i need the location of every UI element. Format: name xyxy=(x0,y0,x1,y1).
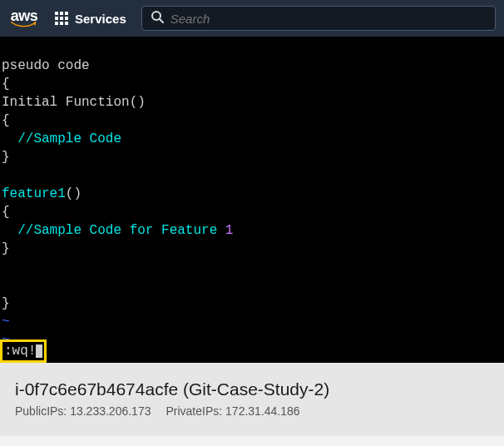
private-ip-value: 172.31.44.186 xyxy=(225,404,300,418)
private-ip-label: PrivateIPs: xyxy=(166,404,222,418)
comment-text: Sample Code xyxy=(33,131,121,146)
search-icon xyxy=(151,10,164,27)
public-ips: PublicIPs: 13.233.206.173 xyxy=(15,404,151,418)
svg-rect-0 xyxy=(55,12,58,15)
terminal[interactable]: pseudo code { Initial Function() { //Sam… xyxy=(0,37,504,363)
services-label: Services xyxy=(75,12,126,26)
code-line: Initial Function() xyxy=(2,95,146,110)
svg-rect-7 xyxy=(60,22,63,25)
vim-command-highlight: :wq! xyxy=(0,339,47,363)
svg-rect-8 xyxy=(65,22,68,25)
code-line: pseudo code xyxy=(2,58,90,73)
grid-icon xyxy=(55,12,68,25)
code-line: { xyxy=(2,113,10,128)
code-line: } xyxy=(2,150,10,165)
services-menu-button[interactable]: Services xyxy=(55,12,126,26)
fn-name: feature1 xyxy=(2,186,66,201)
aws-navbar: aws Services xyxy=(0,0,504,37)
vim-wq-command: wq! xyxy=(12,342,37,360)
private-ips: PrivateIPs: 172.31.44.186 xyxy=(166,404,299,418)
code-line: { xyxy=(2,77,10,92)
instance-id: i-0f7c6e67b4674acfe xyxy=(15,379,178,399)
comment-slashes: // xyxy=(17,131,33,146)
terminal-cursor xyxy=(36,344,42,358)
instance-name: (Git-Case-Study-2) xyxy=(183,379,329,399)
instance-info-panel: i-0f7c6e67b4674acfe (Git-Case-Study-2) P… xyxy=(0,363,504,436)
aws-smile-icon xyxy=(8,22,40,28)
search-input[interactable] xyxy=(170,12,487,26)
comment-number: 1 xyxy=(225,223,234,238)
code-line: { xyxy=(2,205,10,220)
vim-tilde: ~ xyxy=(2,315,10,330)
fn-paren: () xyxy=(66,186,82,201)
code-line: } xyxy=(2,241,10,256)
svg-rect-6 xyxy=(55,22,58,25)
svg-rect-1 xyxy=(60,12,63,15)
svg-rect-5 xyxy=(65,17,68,20)
public-ip-value: 13.233.206.173 xyxy=(70,404,151,418)
svg-rect-2 xyxy=(65,12,68,15)
code-indent xyxy=(2,131,17,146)
svg-rect-4 xyxy=(60,17,63,20)
svg-line-10 xyxy=(160,19,163,22)
comment-text: Sample Code for Feature xyxy=(33,223,225,238)
aws-logo[interactable]: aws xyxy=(8,8,40,28)
global-search[interactable] xyxy=(141,6,496,31)
vim-colon: : xyxy=(4,342,12,360)
instance-title: i-0f7c6e67b4674acfe (Git-Case-Study-2) xyxy=(15,379,489,399)
code-indent xyxy=(2,223,17,238)
public-ip-label: PublicIPs: xyxy=(15,404,67,418)
code-line: } xyxy=(2,296,10,311)
instance-ips: PublicIPs: 13.233.206.173 PrivateIPs: 17… xyxy=(15,404,489,418)
svg-rect-3 xyxy=(55,17,58,20)
comment-slashes: // xyxy=(17,223,33,238)
